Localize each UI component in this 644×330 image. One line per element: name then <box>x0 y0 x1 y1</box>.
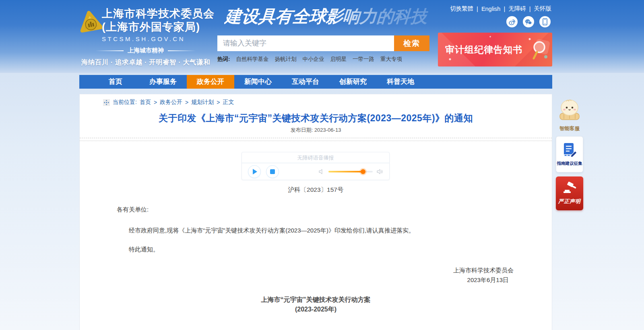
attachment-title-line2: (2023-2025年) <box>80 305 552 314</box>
signature-org: 上海市科学技术委员会 <box>453 267 514 274</box>
audit-notice-banner[interactable]: 审计组纪律告知书 <box>438 33 552 66</box>
rule-right <box>168 50 196 51</box>
separator-dotted <box>80 141 552 141</box>
content-panel: 当前位置: 首页 > 政务公开 > 规划计划 > 正文 关于印发《上海市“元宇宙… <box>79 94 552 330</box>
nav-item-home[interactable]: 首页 <box>92 75 139 89</box>
hot-words-row: 热词: 自然科学基金 扬帆计划 中小企业 启明星 一带一路 重大专项 <box>217 56 429 63</box>
city-spirit-label-row: 上海城市精神 <box>79 47 213 54</box>
breadcrumb-sep: > <box>217 99 220 106</box>
location-move-icon <box>103 99 110 106</box>
bun-mascot-icon <box>557 98 582 123</box>
nav-item-news[interactable]: 新闻中心 <box>234 75 282 89</box>
guide-suggestion-label: 指南建议征集 <box>557 161 582 166</box>
attachment-title-line1: 上海市“元宇宙”关键技术攻关行动方案 <box>80 296 552 304</box>
hot-word-3[interactable]: 中小企业 <box>303 56 324 63</box>
gavel-icon <box>562 182 577 195</box>
nav-item-interaction[interactable]: 互动平台 <box>282 75 329 89</box>
play-button[interactable] <box>248 165 261 178</box>
breadcrumb: 当前位置: 首页 > 政务公开 > 规划计划 > 正文 <box>103 99 234 106</box>
audio-player-controls <box>242 163 389 180</box>
link-accessibility[interactable]: 无障碍 <box>508 5 526 12</box>
city-spirit-motto: 海纳百川 · 追求卓越 · 开明睿智 · 大气谦和 <box>79 58 213 67</box>
volume-thumb[interactable] <box>361 169 365 174</box>
volume-loud-icon[interactable] <box>377 169 383 174</box>
volume-track-fill <box>328 171 363 172</box>
city-spirit-label: 上海城市精神 <box>128 47 164 54</box>
search-input[interactable] <box>217 35 394 51</box>
stop-button[interactable] <box>266 165 279 178</box>
article-title: 关于印发《上海市“元宇宙”关键技术攻关行动方案(2023—2025年)》的通知 <box>80 112 552 125</box>
hot-words-label: 热词: <box>217 56 230 63</box>
publish-date-label: 发布日期: <box>291 127 313 133</box>
mobile-icon[interactable] <box>539 16 551 27</box>
org-name-line1: 上海市科学技术委员会 <box>102 7 215 21</box>
banner-text: 审计组纪律告知书 <box>445 44 522 56</box>
publish-date: 发布日期: 2023-06-13 <box>80 127 552 134</box>
separator-dashed <box>80 138 552 138</box>
calligraphy-slogan: 建设具有全球影响力的科技创新中心 <box>224 5 429 30</box>
link-care-version[interactable]: 关怀版 <box>534 5 552 12</box>
hot-word-1[interactable]: 自然科学基金 <box>236 56 269 63</box>
breadcrumb-gov-disclosure[interactable]: 政务公开 <box>160 99 182 106</box>
search-module: 检索 热词: 自然科学基金 扬帆计划 中小企业 启明星 一带一路 重大专项 <box>217 35 429 63</box>
hot-word-2[interactable]: 扬帆计划 <box>275 56 297 63</box>
paragraph-notice: 特此通知。 <box>117 246 159 253</box>
document-number: 沪科〔2023〕157号 <box>80 186 552 194</box>
hot-word-4[interactable]: 启明星 <box>330 56 347 63</box>
site-header: 上海市科学技术委员会 (上海市外国专家局) STCSM.SH.GOV.CN 上海… <box>0 0 644 73</box>
breadcrumb-sep: > <box>185 99 188 106</box>
breadcrumb-sep: > <box>154 99 157 106</box>
nav-item-services[interactable]: 办事服务 <box>139 75 187 89</box>
nav-item-gov-disclosure[interactable]: 政务公开 <box>187 75 234 89</box>
search-button[interactable]: 检索 <box>394 35 429 51</box>
audio-player: 无障碍语音播报 <box>242 152 390 180</box>
solemn-statement-widget[interactable]: 严正声明 <box>556 176 583 210</box>
solemn-statement-label: 严正声明 <box>558 198 581 205</box>
divider: | <box>504 6 505 12</box>
magnifier-icon <box>525 37 550 62</box>
floating-sidebar: 智能客服 指南建议征集 严正声明 <box>554 98 585 210</box>
city-spirit-block: 上海城市精神 海纳百川 · 追求卓越 · 开明睿智 · 大气谦和 <box>79 47 213 67</box>
agency-logo <box>79 10 102 35</box>
volume-slider[interactable] <box>328 171 373 172</box>
org-name-line2: (上海市外国专家局) <box>102 21 215 34</box>
org-domain: STCSM.SH.GOV.CN <box>102 35 215 42</box>
hot-word-5[interactable]: 一带一路 <box>353 56 374 63</box>
link-traditional-chinese[interactable]: 切换繁體 <box>450 5 473 12</box>
document-pen-icon <box>562 142 577 158</box>
divider: | <box>477 6 478 12</box>
divider: | <box>529 6 531 12</box>
rule-left <box>95 50 124 51</box>
volume-group <box>319 169 383 174</box>
guide-suggestion-widget[interactable]: 指南建议征集 <box>556 136 583 172</box>
weibo-icon[interactable] <box>506 16 518 27</box>
wechat-icon[interactable] <box>523 16 534 27</box>
link-english[interactable]: English <box>481 6 501 12</box>
top-utility-links: 切换繁體 | English | 无障碍 | 关怀版 <box>450 5 551 12</box>
breadcrumb-article: 正文 <box>223 99 234 106</box>
nav-item-innovation[interactable]: 创新研究 <box>329 75 377 89</box>
breadcrumb-planning[interactable]: 规划计划 <box>191 99 214 106</box>
audio-player-title: 无障碍语音播报 <box>242 152 389 163</box>
signature-date: 2023年6月13日 <box>467 276 509 284</box>
publish-date-value: 2023-06-13 <box>314 127 341 133</box>
volume-mute-icon[interactable] <box>319 169 324 174</box>
social-icons <box>506 16 551 27</box>
paragraph-main: 经市政府同意,现将《上海市“元宇宙”关键技术攻关行动方案(2023—2025年)… <box>117 226 516 235</box>
salutation: 各有关单位: <box>117 206 149 214</box>
hot-word-6[interactable]: 重大专项 <box>380 56 402 63</box>
main-nav: 首页 办事服务 政务公开 新闻中心 互动平台 创新研究 科普天地 <box>79 75 552 89</box>
org-title-block: 上海市科学技术委员会 (上海市外国专家局) STCSM.SH.GOV.CN <box>102 7 215 42</box>
smart-service-widget[interactable]: 智能客服 <box>554 98 585 132</box>
smart-service-label: 智能客服 <box>554 125 585 132</box>
stop-icon <box>270 169 275 174</box>
play-icon <box>253 169 257 174</box>
nav-item-science[interactable]: 科普天地 <box>377 75 424 89</box>
breadcrumb-label: 当前位置: <box>113 99 137 106</box>
breadcrumb-home[interactable]: 首页 <box>140 99 151 106</box>
